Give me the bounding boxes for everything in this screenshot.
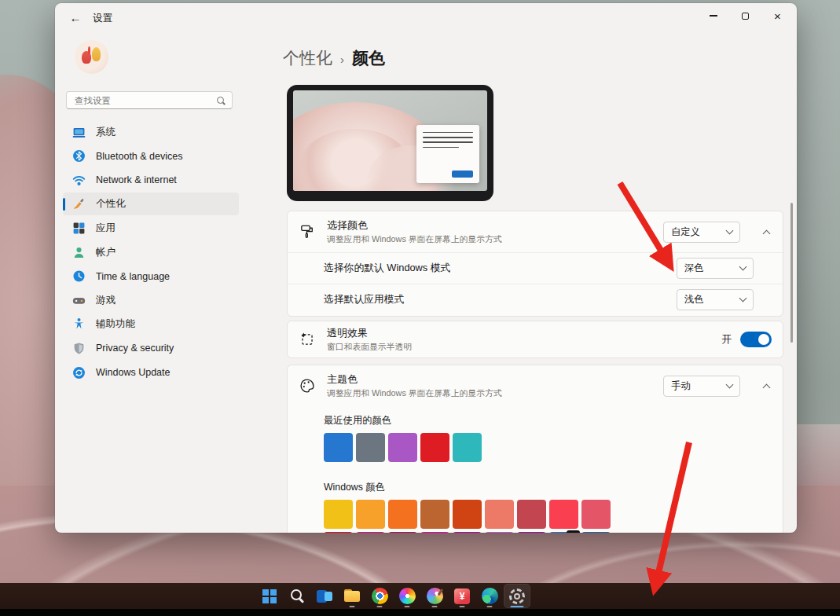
color-swatch[interactable] [485,500,514,529]
search-input[interactable] [73,95,216,106]
sidebar-item-label: Windows Update [96,367,171,378]
color-swatch[interactable] [453,500,482,529]
color-swatch[interactable] [581,500,611,529]
taskbar-color-wheel[interactable] [394,584,420,608]
running-indicator [460,606,465,608]
taskbar-paint[interactable] [421,584,448,608]
sidebar-item-label: 应用 [96,222,116,235]
sidebar-item-gaming[interactable]: 游戏 [63,289,239,312]
choose-color-dropdown[interactable]: 自定义 [663,222,740,243]
taskbar-file-explorer[interactable] [339,584,365,608]
color-swatch[interactable] [420,500,449,529]
sidebar-item-label: 帐户 [96,246,116,259]
taskbar-edge[interactable] [476,584,503,608]
color-swatch[interactable] [324,532,353,533]
taskbar-task-view[interactable] [311,584,338,608]
sidebar-item-system[interactable]: 系统 [63,121,239,144]
preview-text-line [423,137,473,138]
scrollbar[interactable] [790,203,793,343]
sidebar-item-network[interactable]: Network & internet [63,169,239,192]
sidebar-item-privacy[interactable]: Privacy & security [63,337,239,360]
page-title: 颜色 [352,47,385,69]
color-swatch[interactable] [388,532,417,533]
network-icon [72,174,86,187]
sidebar-item-bluetooth[interactable]: Bluetooth & devices [63,145,239,167]
edge-icon [482,588,498,604]
accent-mode-dropdown[interactable]: 手动 [663,376,740,397]
preview-text-line [423,132,473,134]
breadcrumb-parent[interactable]: 个性化 [283,47,332,69]
transparency-toggle[interactable] [740,332,772,347]
breadcrumb: 个性化 › 颜色 [283,47,385,69]
settings-window: ← 设置 × 系统Bluetooth & devicesNetwork & in… [55,3,797,533]
color-swatch[interactable] [453,532,482,533]
sidebar-item-windows-update[interactable]: Windows Update [63,361,239,384]
transparency-icon [299,331,316,348]
minimize-icon [710,15,717,16]
minimize-button[interactable] [697,3,729,28]
color-swatch[interactable] [581,532,611,533]
sidebar-item-label: 个性化 [96,197,126,211]
sidebar-item-personalization[interactable]: 个性化 [63,192,239,215]
taskbar-settings[interactable] [504,584,530,608]
accent-color-row: 主题色 调整应用和 Windows 界面在屏幕上的显示方式 手动 [288,365,783,406]
taskbar-chrome[interactable] [366,584,393,608]
color-wheel-icon [399,588,416,604]
windows-mode-dropdown[interactable]: 深色 [677,258,754,279]
sidebar-item-apps[interactable]: 应用 [63,217,239,240]
color-swatch[interactable] [356,433,385,462]
collapse-button[interactable] [761,223,772,240]
row-subtitle: 调整应用和 Windows 界面在屏幕上的显示方式 [327,388,652,399]
color-swatch[interactable] [485,532,514,533]
color-swatch[interactable] [356,500,385,529]
maximize-button[interactable] [729,3,761,28]
windows-update-icon [72,366,86,380]
color-swatch[interactable] [324,500,353,529]
theme-preview-screen [293,90,487,191]
chevron-up-icon [762,383,770,391]
color-swatch[interactable] [356,532,385,533]
taskbar-start[interactable] [256,584,283,608]
search-icon [216,96,226,105]
search-icon [288,588,306,605]
bluetooth-icon [72,149,86,163]
color-swatch[interactable]: ✓ [549,532,578,533]
color-swatch[interactable] [420,433,449,462]
color-swatch[interactable] [517,500,546,529]
recent-colors-row [324,433,772,462]
back-button[interactable]: ← [63,6,88,28]
sidebar-item-label: Network & internet [96,174,177,185]
close-button[interactable]: × [761,3,794,28]
taskbar: ¥ [0,583,840,609]
running-indicator [377,606,383,608]
theme-preview-device [287,85,493,201]
color-swatch[interactable] [517,532,546,533]
preview-text-line [423,141,473,143]
color-swatch[interactable] [420,532,449,533]
app-mode-dropdown[interactable]: 浅色 [677,289,754,310]
window-title: 设置 [93,12,112,25]
settings-icon [508,588,526,605]
color-swatch[interactable] [324,433,353,462]
user-avatar[interactable] [75,40,108,74]
color-swatch[interactable] [388,433,417,462]
sidebar-item-accessibility[interactable]: 辅助功能 [63,313,239,336]
color-swatch[interactable] [549,500,578,529]
maximize-icon [742,13,749,20]
sidebar-item-label: 系统 [96,126,116,139]
sidebar-item-accounts[interactable]: 帐户 [63,241,239,264]
row-subtitle: 调整应用和 Windows 界面在屏幕上的显示方式 [327,234,652,245]
collapse-button[interactable] [761,377,772,394]
preview-sample-window [416,125,479,183]
color-swatch[interactable] [388,500,417,529]
sidebar-item-time-language[interactable]: Time & language [63,265,239,288]
apps-icon [72,222,86,235]
taskbar-search[interactable] [284,584,310,608]
search-box[interactable] [66,91,233,109]
color-swatch[interactable] [453,433,482,462]
running-indicator [511,606,524,608]
taskbar-yen[interactable]: ¥ [449,584,475,608]
titlebar: ← 设置 × [55,3,797,31]
windows-colors-row [324,500,772,529]
windows-colors-row: ✓ [324,532,772,533]
